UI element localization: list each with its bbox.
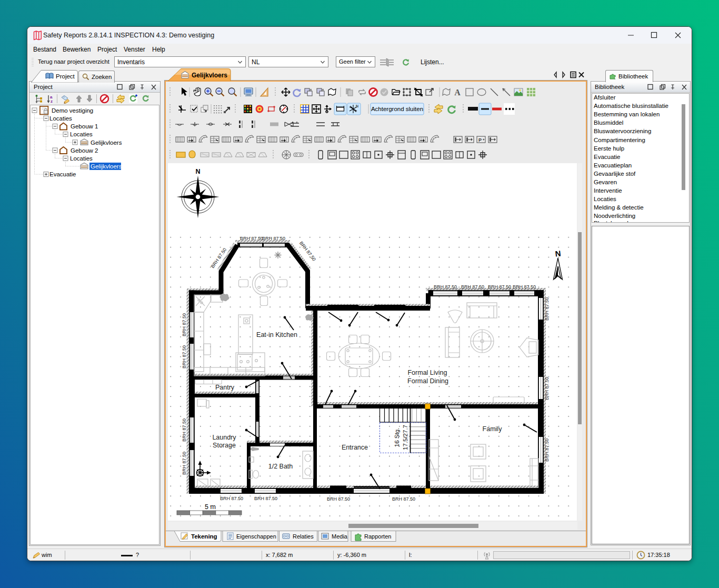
svg-text:Afsluiter: Afsluiter [594,94,616,101]
svg-text:Relaties: Relaties [293,533,314,540]
svg-text:Rapporten: Rapporten [364,533,391,540]
svg-text:Achtergrond sluiten: Achtergrond sluiten [371,106,423,112]
svg-text:Evacuatieplan: Evacuatieplan [594,162,632,168]
svg-text:Eerste hulp: Eerste hulp [594,145,624,152]
svg-text:Melding & detectie: Melding & detectie [594,204,644,211]
svg-text:Noodverlichting: Noodverlichting [594,213,635,219]
svg-text:BRH.87.50: BRH.87.50 [544,438,550,462]
svg-text:Gelijkvloers: Gelijkvloers [192,72,227,79]
svg-text:BRH 87.50: BRH 87.50 [262,236,285,241]
svg-text:Locaties: Locaties [70,131,93,137]
svg-text:Storage: Storage [213,442,236,449]
svg-text:Interventie: Interventie [594,187,622,194]
svg-text:BRH 87.50: BRH 87.50 [544,297,550,321]
svg-text:Compartimentering: Compartimentering [594,137,645,143]
svg-text:BRH 87.50: BRH 87.50 [461,284,484,290]
svg-text:17.5/27.7: 17.5/27.7 [402,425,408,450]
svg-text:BRH 87.50: BRH 87.50 [182,452,187,475]
svg-text:Locaties: Locaties [594,196,616,202]
svg-text:Automatische blusinstallatie: Automatische blusinstallatie [594,103,668,109]
svg-text:BRH 87.50: BRH 87.50 [182,418,187,442]
svg-text:Gelijkvloers: Gelijkvloers [91,163,122,170]
svg-text:Gebouw 2: Gebouw 2 [71,147,98,154]
svg-text:Bestemming van lokalen: Bestemming van lokalen [594,111,660,117]
svg-text:BRH 87.50: BRH 87.50 [240,236,263,241]
svg-text:BRH 87.50: BRH 87.50 [488,284,511,290]
svg-text:BRH 87.50: BRH 87.50 [182,345,187,368]
svg-text:Formal Dining: Formal Dining [407,377,448,385]
svg-text:Eat-in Kitchen: Eat-in Kitchen [256,331,297,338]
svg-text:BRH 87.50: BRH 87.50 [392,496,415,502]
svg-text:Pantry: Pantry [215,384,235,391]
svg-text:z: z [51,99,53,104]
svg-text:Media: Media [332,533,348,540]
svg-text:Family: Family [483,425,503,433]
svg-text:BRH 87.50: BRH 87.50 [513,284,536,290]
svg-text:Tekening: Tekening [191,533,217,540]
svg-text:Blusmiddel: Blusmiddel [594,119,623,126]
svg-text:N: N [555,248,562,258]
svg-text:BRH 87.50: BRH 87.50 [327,496,350,502]
svg-text:Demo vestiging: Demo vestiging [52,107,93,114]
svg-text:Locaties: Locaties [70,155,93,162]
svg-text:Gevaren: Gevaren [594,179,617,185]
svg-text:BRH 87.50: BRH 87.50 [220,496,243,501]
svg-text:Project: Project [56,73,75,79]
svg-text:Gevaarlijke stof: Gevaarlijke stof [594,171,636,177]
svg-text:Formal Living: Formal Living [407,369,447,376]
svg-text:Locaties: Locaties [49,115,72,122]
svg-text:P: P [478,137,482,143]
svg-text:Gebouw 1: Gebouw 1 [71,123,98,129]
svg-text:Plaatsbezoek: Plaatsbezoek [594,220,630,222]
svg-text:Laundry: Laundry [212,434,236,441]
svg-text:Evacuatie: Evacuatie [49,171,76,177]
svg-text:A: A [454,88,461,97]
svg-text:Bluswatervoorziening: Bluswatervoorziening [594,128,651,134]
svg-text:16 Stg.: 16 Stg. [394,428,400,447]
svg-text:5 m: 5 m [205,503,216,511]
svg-text:Entrance: Entrance [342,444,368,451]
svg-text:N: N [356,104,358,108]
svg-text:Gelijkvloers: Gelijkvloers [91,139,122,146]
svg-text:1/2 Bath: 1/2 Bath [268,463,293,470]
svg-text:Evacuatie: Evacuatie [594,154,621,160]
svg-text:BRH 87.50: BRH 87.50 [544,377,550,400]
svg-text:BRH 87.50: BRH 87.50 [434,284,457,290]
svg-text:BRH 87.50: BRH 87.50 [182,313,187,336]
svg-text:BRH 87.50: BRH 87.50 [254,496,277,501]
svg-text:Eigenschappen: Eigenschappen [236,533,276,540]
svg-text:N: N [195,168,200,175]
